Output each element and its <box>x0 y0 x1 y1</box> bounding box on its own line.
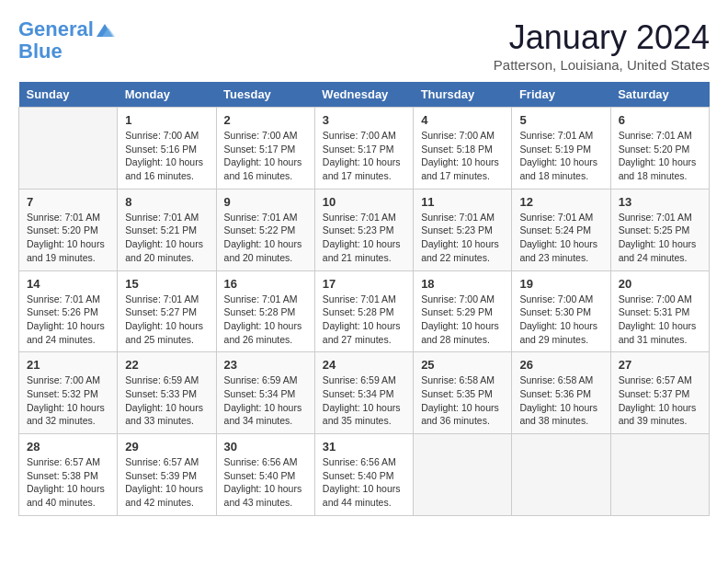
calendar-cell: 16Sunrise: 7:01 AM Sunset: 5:28 PM Dayli… <box>216 270 314 352</box>
day-content: Sunrise: 6:56 AM Sunset: 5:40 PM Dayligh… <box>323 455 405 510</box>
day-content: Sunrise: 7:01 AM Sunset: 5:24 PM Dayligh… <box>519 211 602 265</box>
day-content: Sunrise: 7:01 AM Sunset: 5:25 PM Dayligh… <box>619 211 701 265</box>
day-number: 4 <box>421 113 504 127</box>
weekday-header-monday: Monday <box>118 82 216 108</box>
location: Patterson, Louisiana, United States <box>494 57 710 73</box>
day-content: Sunrise: 7:00 AM Sunset: 5:16 PM Dayligh… <box>125 129 208 183</box>
day-number: 15 <box>125 277 208 291</box>
calendar-cell: 6Sunrise: 7:01 AM Sunset: 5:20 PM Daylig… <box>610 108 709 190</box>
day-number: 17 <box>323 277 405 291</box>
calendar-cell: 31Sunrise: 6:56 AM Sunset: 5:40 PM Dayli… <box>314 434 413 516</box>
day-number: 30 <box>224 440 307 454</box>
day-content: Sunrise: 7:01 AM Sunset: 5:28 PM Dayligh… <box>224 293 307 347</box>
day-content: Sunrise: 7:00 AM Sunset: 5:18 PM Dayligh… <box>421 129 504 183</box>
logo: General Blue <box>18 18 116 63</box>
day-number: 31 <box>323 440 405 454</box>
day-content: Sunrise: 7:01 AM Sunset: 5:26 PM Dayligh… <box>27 293 109 347</box>
calendar-cell <box>414 434 512 516</box>
calendar-cell: 17Sunrise: 7:01 AM Sunset: 5:28 PM Dayli… <box>314 270 413 352</box>
weekday-header-sunday: Sunday <box>19 82 118 108</box>
calendar-cell: 14Sunrise: 7:01 AM Sunset: 5:26 PM Dayli… <box>19 270 118 352</box>
day-number: 29 <box>125 440 208 454</box>
day-number: 14 <box>27 277 109 291</box>
day-number: 24 <box>323 358 405 372</box>
day-content: Sunrise: 6:58 AM Sunset: 5:36 PM Dayligh… <box>519 373 602 428</box>
calendar-cell: 15Sunrise: 7:01 AM Sunset: 5:27 PM Dayli… <box>118 270 216 352</box>
weekday-header-row: SundayMondayTuesdayWednesdayThursdayFrid… <box>19 82 710 108</box>
day-number: 10 <box>323 195 405 209</box>
calendar-cell: 7Sunrise: 7:01 AM Sunset: 5:20 PM Daylig… <box>19 189 118 270</box>
calendar-cell: 26Sunrise: 6:58 AM Sunset: 5:36 PM Dayli… <box>512 352 610 434</box>
day-content: Sunrise: 7:00 AM Sunset: 5:31 PM Dayligh… <box>619 293 701 347</box>
calendar-cell: 22Sunrise: 6:59 AM Sunset: 5:33 PM Dayli… <box>118 352 216 434</box>
day-content: Sunrise: 7:01 AM Sunset: 5:23 PM Dayligh… <box>323 211 405 265</box>
calendar-cell: 27Sunrise: 6:57 AM Sunset: 5:37 PM Dayli… <box>610 352 709 434</box>
day-content: Sunrise: 6:56 AM Sunset: 5:40 PM Dayligh… <box>224 455 307 510</box>
weekday-header-wednesday: Wednesday <box>314 82 413 108</box>
day-content: Sunrise: 6:59 AM Sunset: 5:34 PM Dayligh… <box>224 373 307 428</box>
title-section: January 2024 Patterson, Louisiana, Unite… <box>494 18 710 73</box>
day-number: 11 <box>421 195 504 209</box>
calendar-cell <box>512 434 610 516</box>
calendar-cell: 3Sunrise: 7:00 AM Sunset: 5:17 PM Daylig… <box>314 108 413 190</box>
month-title: January 2024 <box>494 18 710 57</box>
day-content: Sunrise: 7:01 AM Sunset: 5:20 PM Dayligh… <box>27 211 109 265</box>
day-content: Sunrise: 6:57 AM Sunset: 5:37 PM Dayligh… <box>619 373 701 428</box>
day-content: Sunrise: 6:59 AM Sunset: 5:33 PM Dayligh… <box>125 373 208 428</box>
logo-text: General <box>18 18 116 40</box>
calendar-cell: 9Sunrise: 7:01 AM Sunset: 5:22 PM Daylig… <box>216 189 314 270</box>
calendar-cell: 1Sunrise: 7:00 AM Sunset: 5:16 PM Daylig… <box>118 108 216 190</box>
day-number: 26 <box>519 358 602 372</box>
day-number: 3 <box>323 113 405 127</box>
calendar-cell: 30Sunrise: 6:56 AM Sunset: 5:40 PM Dayli… <box>216 434 314 516</box>
day-number: 20 <box>619 277 701 291</box>
day-number: 8 <box>125 195 208 209</box>
calendar-cell: 4Sunrise: 7:00 AM Sunset: 5:18 PM Daylig… <box>414 108 512 190</box>
week-row-1: 1Sunrise: 7:00 AM Sunset: 5:16 PM Daylig… <box>19 108 710 190</box>
calendar-cell: 18Sunrise: 7:00 AM Sunset: 5:29 PM Dayli… <box>414 270 512 352</box>
day-content: Sunrise: 7:00 AM Sunset: 5:30 PM Dayligh… <box>519 293 602 347</box>
day-content: Sunrise: 6:59 AM Sunset: 5:34 PM Dayligh… <box>323 373 405 428</box>
day-number: 21 <box>27 358 109 372</box>
day-content: Sunrise: 7:01 AM Sunset: 5:27 PM Dayligh… <box>125 293 208 347</box>
week-row-3: 14Sunrise: 7:01 AM Sunset: 5:26 PM Dayli… <box>19 270 710 352</box>
calendar-cell: 28Sunrise: 6:57 AM Sunset: 5:38 PM Dayli… <box>19 434 118 516</box>
weekday-header-tuesday: Tuesday <box>216 82 314 108</box>
day-number: 6 <box>619 113 701 127</box>
day-content: Sunrise: 7:00 AM Sunset: 5:29 PM Dayligh… <box>421 293 504 347</box>
calendar-cell: 12Sunrise: 7:01 AM Sunset: 5:24 PM Dayli… <box>512 189 610 270</box>
day-number: 27 <box>619 358 701 372</box>
day-number: 1 <box>125 113 208 127</box>
calendar-cell: 13Sunrise: 7:01 AM Sunset: 5:25 PM Dayli… <box>610 189 709 270</box>
day-number: 9 <box>224 195 307 209</box>
weekday-header-friday: Friday <box>512 82 610 108</box>
calendar-cell: 8Sunrise: 7:01 AM Sunset: 5:21 PM Daylig… <box>118 189 216 270</box>
day-content: Sunrise: 7:01 AM Sunset: 5:20 PM Dayligh… <box>619 129 701 183</box>
calendar-cell: 10Sunrise: 7:01 AM Sunset: 5:23 PM Dayli… <box>314 189 413 270</box>
day-content: Sunrise: 7:01 AM Sunset: 5:19 PM Dayligh… <box>519 129 602 183</box>
day-content: Sunrise: 7:01 AM Sunset: 5:23 PM Dayligh… <box>421 211 504 265</box>
calendar-cell: 25Sunrise: 6:58 AM Sunset: 5:35 PM Dayli… <box>414 352 512 434</box>
day-content: Sunrise: 7:01 AM Sunset: 5:28 PM Dayligh… <box>323 293 405 347</box>
week-row-5: 28Sunrise: 6:57 AM Sunset: 5:38 PM Dayli… <box>19 434 710 516</box>
day-content: Sunrise: 7:00 AM Sunset: 5:17 PM Dayligh… <box>323 129 405 183</box>
calendar-cell: 5Sunrise: 7:01 AM Sunset: 5:19 PM Daylig… <box>512 108 610 190</box>
day-content: Sunrise: 6:58 AM Sunset: 5:35 PM Dayligh… <box>421 373 504 428</box>
day-content: Sunrise: 7:01 AM Sunset: 5:21 PM Dayligh… <box>125 211 208 265</box>
day-content: Sunrise: 7:01 AM Sunset: 5:22 PM Dayligh… <box>224 211 307 265</box>
day-number: 12 <box>519 195 602 209</box>
calendar-cell: 2Sunrise: 7:00 AM Sunset: 5:17 PM Daylig… <box>216 108 314 190</box>
calendar-cell: 21Sunrise: 7:00 AM Sunset: 5:32 PM Dayli… <box>19 352 118 434</box>
calendar-cell: 24Sunrise: 6:59 AM Sunset: 5:34 PM Dayli… <box>314 352 413 434</box>
calendar-cell: 11Sunrise: 7:01 AM Sunset: 5:23 PM Dayli… <box>414 189 512 270</box>
calendar-cell: 23Sunrise: 6:59 AM Sunset: 5:34 PM Dayli… <box>216 352 314 434</box>
day-content: Sunrise: 6:57 AM Sunset: 5:38 PM Dayligh… <box>27 455 109 510</box>
calendar-cell: 19Sunrise: 7:00 AM Sunset: 5:30 PM Dayli… <box>512 270 610 352</box>
day-number: 13 <box>619 195 701 209</box>
logo-text2: Blue <box>18 40 116 63</box>
weekday-header-thursday: Thursday <box>414 82 512 108</box>
day-number: 16 <box>224 277 307 291</box>
day-content: Sunrise: 7:00 AM Sunset: 5:32 PM Dayligh… <box>27 373 109 428</box>
day-number: 18 <box>421 277 504 291</box>
week-row-2: 7Sunrise: 7:01 AM Sunset: 5:20 PM Daylig… <box>19 189 710 270</box>
